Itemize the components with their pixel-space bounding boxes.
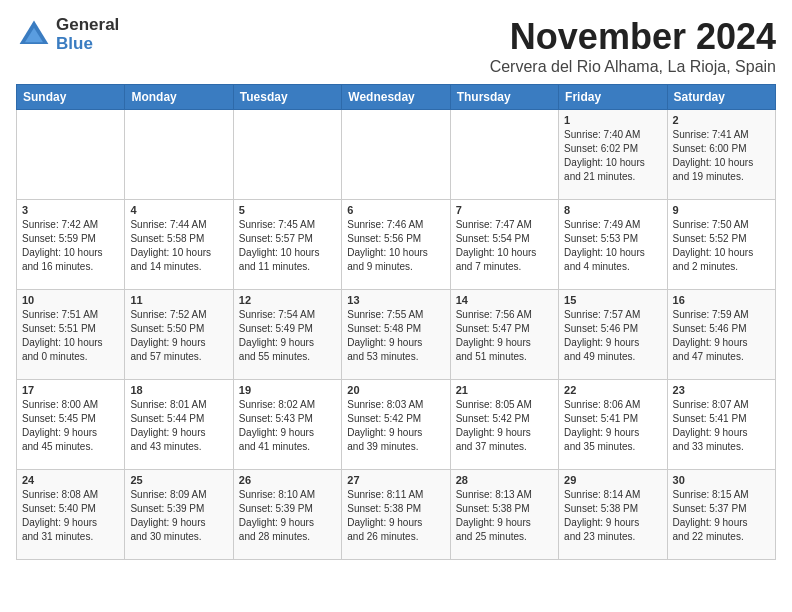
calendar-day-cell: 26Sunrise: 8:10 AM Sunset: 5:39 PM Dayli… xyxy=(233,470,341,560)
calendar-week-row: 17Sunrise: 8:00 AM Sunset: 5:45 PM Dayli… xyxy=(17,380,776,470)
calendar-day-cell: 20Sunrise: 8:03 AM Sunset: 5:42 PM Dayli… xyxy=(342,380,450,470)
calendar-day-cell: 7Sunrise: 7:47 AM Sunset: 5:54 PM Daylig… xyxy=(450,200,558,290)
day-info: Sunrise: 7:54 AM Sunset: 5:49 PM Dayligh… xyxy=(239,308,336,364)
calendar-day-cell: 13Sunrise: 7:55 AM Sunset: 5:48 PM Dayli… xyxy=(342,290,450,380)
day-number: 28 xyxy=(456,474,553,486)
day-info: Sunrise: 8:13 AM Sunset: 5:38 PM Dayligh… xyxy=(456,488,553,544)
day-number: 4 xyxy=(130,204,227,216)
calendar-weekday-header: Wednesday xyxy=(342,85,450,110)
calendar-day-cell: 4Sunrise: 7:44 AM Sunset: 5:58 PM Daylig… xyxy=(125,200,233,290)
calendar-weekday-header: Sunday xyxy=(17,85,125,110)
calendar-day-cell: 11Sunrise: 7:52 AM Sunset: 5:50 PM Dayli… xyxy=(125,290,233,380)
calendar-day-cell: 15Sunrise: 7:57 AM Sunset: 5:46 PM Dayli… xyxy=(559,290,667,380)
day-number: 15 xyxy=(564,294,661,306)
day-number: 27 xyxy=(347,474,444,486)
day-info: Sunrise: 7:46 AM Sunset: 5:56 PM Dayligh… xyxy=(347,218,444,274)
day-info: Sunrise: 8:14 AM Sunset: 5:38 PM Dayligh… xyxy=(564,488,661,544)
day-number: 25 xyxy=(130,474,227,486)
day-number: 26 xyxy=(239,474,336,486)
day-info: Sunrise: 7:41 AM Sunset: 6:00 PM Dayligh… xyxy=(673,128,770,184)
day-info: Sunrise: 8:05 AM Sunset: 5:42 PM Dayligh… xyxy=(456,398,553,454)
day-info: Sunrise: 8:02 AM Sunset: 5:43 PM Dayligh… xyxy=(239,398,336,454)
logo-blue-text: Blue xyxy=(56,35,119,54)
calendar-day-cell: 24Sunrise: 8:08 AM Sunset: 5:40 PM Dayli… xyxy=(17,470,125,560)
calendar-day-cell: 1Sunrise: 7:40 AM Sunset: 6:02 PM Daylig… xyxy=(559,110,667,200)
day-number: 22 xyxy=(564,384,661,396)
calendar-day-cell: 10Sunrise: 7:51 AM Sunset: 5:51 PM Dayli… xyxy=(17,290,125,380)
calendar-day-cell: 2Sunrise: 7:41 AM Sunset: 6:00 PM Daylig… xyxy=(667,110,775,200)
day-number: 21 xyxy=(456,384,553,396)
day-number: 11 xyxy=(130,294,227,306)
calendar-day-cell: 9Sunrise: 7:50 AM Sunset: 5:52 PM Daylig… xyxy=(667,200,775,290)
day-info: Sunrise: 7:56 AM Sunset: 5:47 PM Dayligh… xyxy=(456,308,553,364)
calendar-day-cell: 19Sunrise: 8:02 AM Sunset: 5:43 PM Dayli… xyxy=(233,380,341,470)
calendar-weekday-header: Saturday xyxy=(667,85,775,110)
calendar-day-cell: 29Sunrise: 8:14 AM Sunset: 5:38 PM Dayli… xyxy=(559,470,667,560)
calendar-day-cell: 5Sunrise: 7:45 AM Sunset: 5:57 PM Daylig… xyxy=(233,200,341,290)
calendar-day-cell: 25Sunrise: 8:09 AM Sunset: 5:39 PM Dayli… xyxy=(125,470,233,560)
day-number: 30 xyxy=(673,474,770,486)
calendar-day-cell xyxy=(17,110,125,200)
day-info: Sunrise: 8:11 AM Sunset: 5:38 PM Dayligh… xyxy=(347,488,444,544)
day-number: 24 xyxy=(22,474,119,486)
calendar-weekday-header: Tuesday xyxy=(233,85,341,110)
day-number: 10 xyxy=(22,294,119,306)
day-number: 6 xyxy=(347,204,444,216)
calendar-day-cell xyxy=(125,110,233,200)
calendar-day-cell: 27Sunrise: 8:11 AM Sunset: 5:38 PM Dayli… xyxy=(342,470,450,560)
day-info: Sunrise: 8:08 AM Sunset: 5:40 PM Dayligh… xyxy=(22,488,119,544)
day-number: 12 xyxy=(239,294,336,306)
calendar-table: SundayMondayTuesdayWednesdayThursdayFrid… xyxy=(16,84,776,560)
day-number: 19 xyxy=(239,384,336,396)
calendar-week-row: 3Sunrise: 7:42 AM Sunset: 5:59 PM Daylig… xyxy=(17,200,776,290)
day-number: 3 xyxy=(22,204,119,216)
day-info: Sunrise: 8:06 AM Sunset: 5:41 PM Dayligh… xyxy=(564,398,661,454)
day-info: Sunrise: 7:51 AM Sunset: 5:51 PM Dayligh… xyxy=(22,308,119,364)
day-info: Sunrise: 7:44 AM Sunset: 5:58 PM Dayligh… xyxy=(130,218,227,274)
day-number: 2 xyxy=(673,114,770,126)
day-info: Sunrise: 8:03 AM Sunset: 5:42 PM Dayligh… xyxy=(347,398,444,454)
calendar-day-cell xyxy=(342,110,450,200)
calendar-day-cell: 12Sunrise: 7:54 AM Sunset: 5:49 PM Dayli… xyxy=(233,290,341,380)
calendar-day-cell: 16Sunrise: 7:59 AM Sunset: 5:46 PM Dayli… xyxy=(667,290,775,380)
day-number: 8 xyxy=(564,204,661,216)
day-number: 20 xyxy=(347,384,444,396)
page-header: General Blue November 2024 Cervera del R… xyxy=(16,16,776,76)
calendar-day-cell: 6Sunrise: 7:46 AM Sunset: 5:56 PM Daylig… xyxy=(342,200,450,290)
calendar-day-cell: 23Sunrise: 8:07 AM Sunset: 5:41 PM Dayli… xyxy=(667,380,775,470)
day-number: 14 xyxy=(456,294,553,306)
logo-general-text: General xyxy=(56,16,119,35)
day-info: Sunrise: 8:10 AM Sunset: 5:39 PM Dayligh… xyxy=(239,488,336,544)
calendar-day-cell: 21Sunrise: 8:05 AM Sunset: 5:42 PM Dayli… xyxy=(450,380,558,470)
day-number: 29 xyxy=(564,474,661,486)
day-number: 5 xyxy=(239,204,336,216)
calendar-day-cell xyxy=(233,110,341,200)
calendar-day-cell: 3Sunrise: 7:42 AM Sunset: 5:59 PM Daylig… xyxy=(17,200,125,290)
day-number: 13 xyxy=(347,294,444,306)
day-info: Sunrise: 8:07 AM Sunset: 5:41 PM Dayligh… xyxy=(673,398,770,454)
day-info: Sunrise: 7:57 AM Sunset: 5:46 PM Dayligh… xyxy=(564,308,661,364)
page-title: November 2024 xyxy=(490,16,776,58)
day-info: Sunrise: 7:49 AM Sunset: 5:53 PM Dayligh… xyxy=(564,218,661,274)
day-info: Sunrise: 8:09 AM Sunset: 5:39 PM Dayligh… xyxy=(130,488,227,544)
day-info: Sunrise: 7:42 AM Sunset: 5:59 PM Dayligh… xyxy=(22,218,119,274)
day-info: Sunrise: 8:15 AM Sunset: 5:37 PM Dayligh… xyxy=(673,488,770,544)
day-number: 9 xyxy=(673,204,770,216)
day-info: Sunrise: 7:52 AM Sunset: 5:50 PM Dayligh… xyxy=(130,308,227,364)
logo: General Blue xyxy=(16,16,119,53)
calendar-week-row: 24Sunrise: 8:08 AM Sunset: 5:40 PM Dayli… xyxy=(17,470,776,560)
day-number: 23 xyxy=(673,384,770,396)
day-info: Sunrise: 7:47 AM Sunset: 5:54 PM Dayligh… xyxy=(456,218,553,274)
calendar-day-cell: 22Sunrise: 8:06 AM Sunset: 5:41 PM Dayli… xyxy=(559,380,667,470)
calendar-day-cell: 17Sunrise: 8:00 AM Sunset: 5:45 PM Dayli… xyxy=(17,380,125,470)
page-subtitle: Cervera del Rio Alhama, La Rioja, Spain xyxy=(490,58,776,76)
title-block: November 2024 Cervera del Rio Alhama, La… xyxy=(490,16,776,76)
calendar-weekday-header: Thursday xyxy=(450,85,558,110)
calendar-day-cell: 30Sunrise: 8:15 AM Sunset: 5:37 PM Dayli… xyxy=(667,470,775,560)
calendar-day-cell: 8Sunrise: 7:49 AM Sunset: 5:53 PM Daylig… xyxy=(559,200,667,290)
day-number: 1 xyxy=(564,114,661,126)
day-info: Sunrise: 7:45 AM Sunset: 5:57 PM Dayligh… xyxy=(239,218,336,274)
logo-text: General Blue xyxy=(56,16,119,53)
day-number: 18 xyxy=(130,384,227,396)
day-number: 7 xyxy=(456,204,553,216)
